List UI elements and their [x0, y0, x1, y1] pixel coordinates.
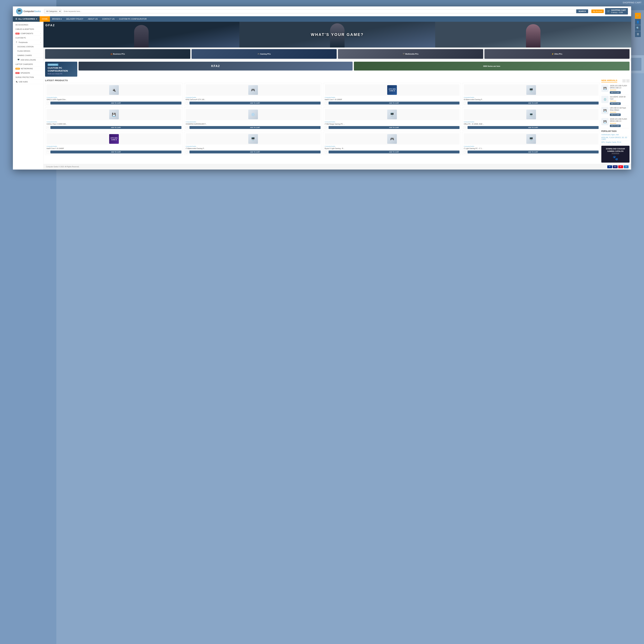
all-categories-label: ALL CATEGORIES — [18, 18, 35, 20]
all-categories-btn[interactable]: ☰ ALL CATEGORIES ▾ — [13, 16, 40, 22]
side-user-btn[interactable]: 👤 — [635, 19, 641, 25]
wishlist-btn-8[interactable]: ♡ — [47, 150, 50, 154]
product-brand-2: ComputerGeeks — [325, 97, 460, 98]
product-actions-11: ♡ ADD TO CART — [464, 150, 599, 154]
product-img-1: 🎮 — [186, 84, 321, 96]
product-card-7[interactable]: 💻 ComputerGeeks Office PC - i5 10500, 8G… — [462, 107, 600, 131]
product-card-5[interactable]: ❄️ ComputerGeeks XIGMATEK AURORA ARCT...… — [184, 107, 322, 131]
wishlist-btn-0[interactable]: ♡ — [47, 101, 50, 105]
my-account-button[interactable]: My Account — [591, 9, 604, 13]
sidebar-item-laptop-chargers[interactable]: LAPTOP CHARGERS — [13, 62, 43, 66]
product-card-3[interactable]: 🖥️ ComputerGeeks i9 Watercooled Gaming P… — [462, 83, 600, 106]
add-to-cart-btn-3[interactable]: ADD TO CART — [468, 102, 599, 104]
product-card-9[interactable]: 🖥️ ComputerGeeks i7 Watercooled Gaming P… — [184, 132, 322, 155]
wishlist-btn-9[interactable]: ♡ — [186, 150, 189, 154]
wishlist-btn-7[interactable]: ♡ — [464, 126, 467, 129]
sidebar-label-hdd: HDD ENCLOSURE — [21, 59, 36, 61]
nav-about[interactable]: ABOUT US — [86, 16, 100, 22]
product-brand-8: ComputerGeeks — [47, 146, 181, 147]
side-search-btn[interactable]: 🔍 — [635, 25, 641, 31]
tag-item-1[interactable]: ADDLINK, FLASH DRIVES, SD, SD CARD — [601, 136, 630, 141]
cat-tile-business[interactable]: 💼 Business PCs — [45, 49, 190, 59]
wishlist-btn-10[interactable]: ♡ — [325, 150, 328, 154]
add-to-cart-btn-9[interactable]: ADD TO CART — [189, 151, 321, 153]
sidebar-item-components[interactable]: HOT COMPONENTS › — [13, 31, 43, 36]
cat-tile-gaming[interactable]: 🎮 Gaming PCs — [192, 49, 337, 59]
promo-kfa2[interactable]: KFA2 — [79, 62, 353, 71]
nav-delivery[interactable]: DELIVERY POLICY — [64, 16, 85, 22]
product-card-6[interactable]: 🖥️ ComputerGeeks i7 Mid Range Gaming PC … — [323, 107, 461, 131]
add-to-cart-btn-5[interactable]: ADD TO CART — [189, 126, 321, 129]
add-to-cart-btn-6[interactable]: ADD TO CART — [329, 126, 460, 129]
add-to-cart-btn-10[interactable]: ADD TO CART — [329, 151, 460, 153]
wishlist-btn-5[interactable]: ♡ — [186, 126, 189, 129]
arrival-cart-btn-1[interactable]: ADD TO CART — [610, 102, 621, 105]
ultra-pc-label: ⚡ Ultra PCs — [552, 53, 562, 55]
sidebar-item-hdd[interactable]: 🖥️ HDD ENCLOSURE — [13, 58, 43, 62]
payment-icons: PP VISA MC AX — [607, 165, 629, 168]
arrival-info-2: U30 USB 32 GB Flash Drive (Silver) ★★★★★… — [610, 107, 630, 116]
cart-detail: 0 item(s) - 0.00€ — [611, 11, 626, 14]
wishlist-btn-6[interactable]: ♡ — [325, 126, 328, 129]
add-to-cart-btn-1[interactable]: ADD TO CART — [189, 102, 321, 104]
networking-badge: NEW — [15, 68, 20, 70]
category-select[interactable]: All Categories — [44, 9, 61, 14]
product-card-1[interactable]: 🎮 ComputerGeeks KFA2 GeForce® GTX 165...… — [184, 83, 322, 106]
product-card-0[interactable]: 🔌 ComputerGeeks ORICO CAT6 Gigabit Ethe.… — [45, 83, 183, 106]
cart-title: SHOPPING CART — [611, 9, 626, 11]
search-input[interactable] — [62, 9, 575, 13]
sidebar-item-flash[interactable]: FLASH DRIVES — [13, 49, 43, 53]
product-card-2[interactable]: 10TH GENCORE i9 ComputerGeeks Intel® Cor… — [323, 83, 461, 106]
cart-button[interactable]: 🛒 SHOPPING CART 0 item(s) - 0.00€ — [605, 8, 628, 14]
new-arrivals-next[interactable]: › — [626, 79, 630, 82]
nav-contact[interactable]: CONTACT US — [100, 16, 117, 22]
nav-custom-pc[interactable]: CUSTOM PC CONFIGURATOR — [117, 16, 149, 22]
add-to-cart-btn-0[interactable]: ADD TO CART — [50, 102, 181, 104]
wishlist-btn-1[interactable]: ♡ — [186, 101, 189, 105]
add-to-cart-btn-4[interactable]: ADD TO CART — [50, 126, 181, 129]
nav-home[interactable]: HOME — [40, 16, 50, 22]
sidebar-item-networking[interactable]: NEW NETWORKING — [13, 66, 43, 71]
product-img-placeholder-1: 🎮 — [248, 85, 258, 95]
arrival-stars-3: ★★★★★ — [610, 123, 630, 124]
arrival-cart-btn-0[interactable]: ADD TO CART — [610, 91, 621, 94]
product-name-10: Ryzen 5 Light Gaming - R... — [325, 147, 460, 150]
arrival-cart-btn-2[interactable]: ADD TO CART — [610, 114, 621, 116]
cougar-catalog[interactable]: DOWNLOAD COUGAR GAMING CATALOG 2019/2020… — [601, 146, 630, 163]
sidebar-label-laptop-chargers: LAPTOP CHARGERS — [15, 63, 33, 65]
sidebar-item-custom-pc[interactable]: CUSTOM PC › — [13, 36, 43, 40]
sidebar-item-chairs[interactable]: GAMING CHAIRS — [13, 53, 43, 58]
product-card-4[interactable]: 💾 ComputerGeeks GSKILL Flare X DDR4 320.… — [45, 107, 183, 131]
add-to-cart-btn-7[interactable]: ADD TO CART — [468, 126, 599, 129]
arrival-cart-btn-3[interactable]: ADD TO CART — [610, 125, 621, 127]
add-to-cart-btn-11[interactable]: ADD TO CART — [468, 151, 599, 153]
sidebar-item-surge[interactable]: SURGE PROTECTION — [13, 75, 43, 80]
product-card-11[interactable]: 🖥️ ComputerGeeks i7 Light Gaming PC - i7… — [462, 132, 600, 155]
wishlist-btn-11[interactable]: ♡ — [464, 150, 467, 154]
add-to-cart-btn-8[interactable]: ADD TO CART — [50, 151, 181, 153]
add-to-cart-btn-2[interactable]: ADD TO CART — [329, 102, 460, 104]
sidebar-item-cables[interactable]: CABLES & ADAPTERS — [13, 27, 43, 31]
tag-item-0[interactable]: motherboard, 8gen, intel — [601, 133, 630, 136]
sidebar-item-usb-hubs[interactable]: 🔌 USB HUBS — [13, 80, 43, 84]
side-cart-btn[interactable]: 🛒 — [635, 13, 641, 19]
sidebar-item-speakers[interactable]: HOT SPEAKERS — [13, 71, 43, 75]
product-card-8[interactable]: 10TH GENCORE i5 ComputerGeeks Intel® Cor… — [45, 132, 183, 155]
new-arrivals-prev[interactable]: ‹ — [622, 79, 626, 82]
nav-brands[interactable]: BRANDS ▾ — [50, 16, 64, 22]
sidebar-item-docking[interactable]: DOCKING STATION — [13, 45, 43, 49]
cat-tile-multimedia[interactable]: 🎬 Multimedia PCs — [338, 49, 483, 59]
product-card-10[interactable]: 🎮 ComputerGeeks Ryzen 5 Light Gaming - R… — [323, 132, 461, 155]
side-menu-btn[interactable]: ☰ — [635, 31, 641, 37]
tag-item-2[interactable]: GPU, Graphic Cards, PCI-E — [601, 141, 630, 144]
wishlist-btn-4[interactable]: ♡ — [47, 126, 50, 129]
wishlist-btn-2[interactable]: ♡ — [325, 101, 328, 105]
sidebar-item-peripherals[interactable]: 🖱️ Peripherals › — [13, 40, 43, 45]
sidebar-item-accessories[interactable]: ACCESSORIES — [13, 23, 43, 27]
cat-tile-ultra[interactable]: ⚡ Ultra PCs — [484, 49, 630, 59]
promo-3000-series[interactable]: 3000 Series are here — [354, 62, 630, 71]
wishlist-btn-3[interactable]: ♡ — [464, 101, 467, 105]
promo-custom-pc[interactable]: CUSTOM PC CUSTOM PC CONFIGURATION Build … — [45, 62, 77, 77]
search-button[interactable]: SEARCH — [576, 9, 588, 13]
usb-icon: 🔌 — [15, 81, 18, 83]
